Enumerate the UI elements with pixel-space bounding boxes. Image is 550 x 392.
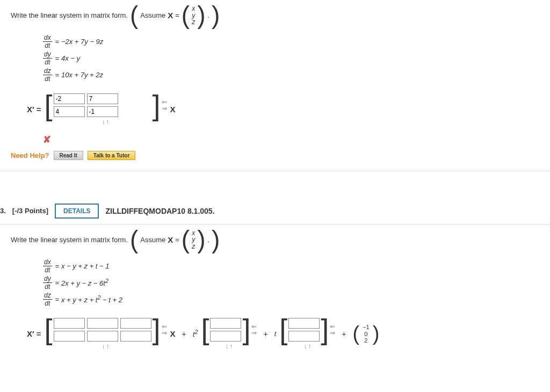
add-row-icon[interactable]: ↓ xyxy=(102,343,105,350)
matrix-grid xyxy=(54,93,151,117)
assume-var: X xyxy=(168,11,173,20)
period: . xyxy=(207,11,209,19)
rhs-a: 2x + y − z − 6t xyxy=(61,279,105,287)
assume-label: Assume xyxy=(140,11,165,19)
x-prime-label: X′ = xyxy=(27,329,41,338)
q3-prompt: Write the linear system in matrix form. … xyxy=(11,230,539,250)
add-column-icon[interactable]: ⇒ xyxy=(330,330,335,336)
open-bracket-icon: [ xyxy=(279,318,287,340)
matrix-cell-1-1[interactable] xyxy=(54,93,85,104)
column-vector: x y z xyxy=(192,230,195,250)
derivative-fraction: dz dt xyxy=(43,67,52,83)
close-paren-icon: ) xyxy=(212,5,220,25)
add-row-icon[interactable]: ↓ xyxy=(225,343,228,350)
open-paren-icon: ( xyxy=(353,325,360,342)
frac-den: dt xyxy=(44,59,51,66)
row-nav: ↓ ↑ xyxy=(102,343,110,350)
matrix-cell-2-2[interactable] xyxy=(87,106,118,117)
remove-row-icon[interactable]: ↑ xyxy=(308,343,311,350)
q2-equations: dx dt = −2x + 7y − 9z dy dt = 4x − y dz … xyxy=(43,34,539,83)
remove-row-icon[interactable]: ↑ xyxy=(229,343,233,350)
q2-prompt-text: Write the linear system in matrix form. xyxy=(11,11,128,19)
equals: = xyxy=(55,54,60,62)
details-button[interactable]: DETAILS xyxy=(55,204,99,219)
frac-num: dy xyxy=(43,275,52,283)
equals: = xyxy=(55,71,60,79)
add-column-icon[interactable]: ⇒ xyxy=(162,330,167,336)
rhs: x − y + z + t − 1 xyxy=(61,262,110,270)
remove-row-icon[interactable]: ↑ xyxy=(106,343,110,350)
vector-t-cell[interactable] xyxy=(288,331,320,342)
matrix-a-cell[interactable] xyxy=(87,318,118,329)
need-help-label: Need Help? xyxy=(11,151,49,159)
frac-num: dy xyxy=(43,50,52,59)
equation-row: dx dt = −2x + 7y − 9z xyxy=(43,34,539,49)
vector-t2-cell[interactable] xyxy=(210,318,241,329)
matrix-a-cell[interactable] xyxy=(87,331,118,342)
open-paren-icon: ( xyxy=(130,230,138,250)
const-r2: 0 xyxy=(364,331,367,337)
column-nav: ⇐ ⇒ xyxy=(251,323,257,336)
q3-prompt-text: Write the linear system in matrix form. xyxy=(11,236,128,244)
exponent: 2 xyxy=(105,278,108,284)
remove-column-icon[interactable]: ⇐ xyxy=(162,99,167,105)
frac-den: dt xyxy=(44,266,51,274)
frac-den: dt xyxy=(44,300,51,307)
question-2-body: Write the linear system in matrix form. … xyxy=(0,0,550,171)
frac-num: dz xyxy=(43,67,52,75)
open-paren-icon: ( xyxy=(182,5,190,25)
rhs-a: x + y + z + t xyxy=(61,296,98,304)
close-bracket-icon: ] xyxy=(153,95,161,117)
column-nav: ⇐ ⇒ xyxy=(162,99,167,112)
read-it-button[interactable]: Read It xyxy=(54,151,83,160)
remove-column-icon[interactable]: ⇐ xyxy=(162,323,167,330)
matrix-cell-2-1[interactable] xyxy=(54,106,85,117)
add-row-icon[interactable]: ↓ xyxy=(102,118,105,126)
question-3-body: Write the linear system in matrix form. … xyxy=(0,224,550,369)
add-row-icon[interactable]: ↓ xyxy=(303,343,307,350)
frac-num: dx xyxy=(43,258,52,266)
vector-t-block: [ ] ⇐ ⇒ ↓ ↑ xyxy=(279,318,335,350)
remove-column-icon[interactable]: ⇐ xyxy=(251,323,257,330)
q3-answer-row: X′ = [ ] ⇐ ⇒ xyxy=(27,318,539,350)
rhs: 4x − y xyxy=(61,54,80,62)
x-prime-text: X′ xyxy=(27,105,34,114)
equals: = xyxy=(55,279,60,287)
vec-x: x xyxy=(192,5,195,12)
matrix-input-block: [ ] ⇐ ⇒ ↓ ↑ xyxy=(45,93,167,126)
rhs-var: X xyxy=(170,105,176,114)
matrix-a-cell[interactable] xyxy=(54,318,85,329)
open-bracket-icon: [ xyxy=(45,95,53,117)
add-column-icon[interactable]: ⇒ xyxy=(162,105,167,112)
vector-t2-cell[interactable] xyxy=(210,331,241,342)
talk-to-tutor-button[interactable]: Talk to a Tutor xyxy=(88,151,135,160)
matrix-a-block: [ ] ⇐ ⇒ ↓ ↑ xyxy=(45,318,167,350)
row-nav: ↓ ↑ xyxy=(303,343,311,350)
equals: = xyxy=(175,236,179,244)
remove-column-icon[interactable]: ⇐ xyxy=(330,323,335,330)
equals-sign: = xyxy=(175,11,179,19)
matrix-a-cell[interactable] xyxy=(120,318,151,329)
close-bracket-icon: ] xyxy=(153,318,161,340)
question-number: 3. xyxy=(0,207,6,215)
derivative-fraction: dz dt xyxy=(43,292,52,307)
matrix-a-cell[interactable] xyxy=(54,331,85,342)
question-reference: ZILLDIFFEQMODAP10 8.1.005. xyxy=(105,207,214,215)
rhs: x + y + z + t2 − t + 2 xyxy=(61,294,122,304)
question-3-header: 3. [-/3 Points] DETAILS ZILLDIFFEQMODAP1… xyxy=(0,198,550,224)
question-points: [-/3 Points] xyxy=(12,207,48,215)
derivative-fraction: dx dt xyxy=(43,34,52,49)
frac-den: dt xyxy=(44,42,51,49)
q3-equations: dx dt = x − y + z + t − 1 dy dt = 2x + y… xyxy=(43,258,539,307)
close-bracket-icon: ] xyxy=(242,318,250,340)
matrix-cell-1-2[interactable] xyxy=(87,93,118,104)
period: . xyxy=(207,236,209,244)
vector-grid xyxy=(288,318,320,342)
frac-den: dt xyxy=(44,283,51,291)
derivative-fraction: dx dt xyxy=(43,258,52,274)
remove-row-icon[interactable]: ↑ xyxy=(106,118,110,126)
add-column-icon[interactable]: ⇒ xyxy=(251,330,257,336)
matrix-a-cell[interactable] xyxy=(120,331,151,342)
matrix-grid xyxy=(54,318,151,342)
vector-t-cell[interactable] xyxy=(288,318,320,329)
